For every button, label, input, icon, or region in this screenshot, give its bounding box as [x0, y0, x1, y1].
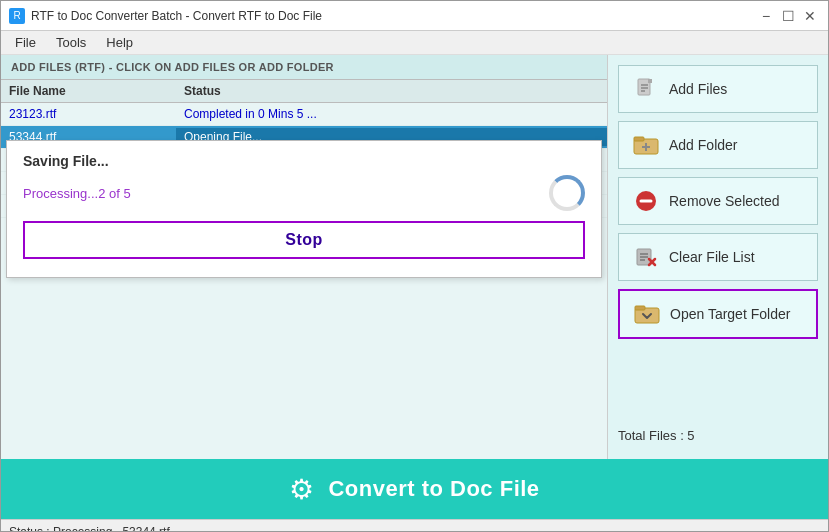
minimize-button[interactable]: − — [756, 6, 776, 26]
remove-selected-label: Remove Selected — [669, 193, 780, 209]
app-icon: R — [9, 8, 25, 24]
svg-rect-6 — [634, 137, 644, 141]
maximize-button[interactable]: ☐ — [778, 6, 798, 26]
remove-selected-icon — [633, 188, 659, 214]
title-bar-text: RTF to Doc Converter Batch - Convert RTF… — [31, 9, 756, 23]
clear-file-list-label: Clear File List — [669, 249, 755, 265]
progress-row: Processing...2 of 5 — [23, 175, 585, 211]
menu-file[interactable]: File — [5, 33, 46, 52]
menu-help[interactable]: Help — [96, 33, 143, 52]
title-bar-controls: − ☐ ✕ — [756, 6, 820, 26]
progress-overlay: Saving File... Processing...2 of 5 Stop — [6, 140, 602, 278]
status-bar: Status : Processing...53344.rtf — [1, 519, 828, 532]
clear-file-list-icon — [633, 244, 659, 270]
file-table: File Name Status 23123.rtf Completed in … — [1, 80, 607, 459]
file-status-cell: Completed in 0 Mins 5 ... — [176, 105, 607, 123]
status-text: Status : Processing...53344.rtf — [9, 525, 170, 533]
add-folder-label: Add Folder — [669, 137, 737, 153]
open-target-folder-icon — [634, 301, 660, 327]
convert-icon: ⚙ — [289, 473, 314, 506]
file-panel: ADD FILES (RTF) - CLICK ON ADD FILES OR … — [1, 55, 608, 459]
processing-text: Processing...2 of 5 — [23, 186, 131, 201]
convert-label: Convert to Doc File — [328, 476, 539, 502]
file-table-header: File Name Status — [1, 80, 607, 103]
svg-rect-18 — [635, 306, 645, 310]
close-button[interactable]: ✕ — [800, 6, 820, 26]
title-bar: R RTF to Doc Converter Batch - Convert R… — [1, 1, 828, 31]
open-target-folder-label: Open Target Folder — [670, 306, 790, 322]
total-files: Total Files : 5 — [618, 422, 818, 449]
saving-label: Saving File... — [23, 153, 585, 169]
add-files-button[interactable]: Add Files — [618, 65, 818, 113]
panel-header: ADD FILES (RTF) - CLICK ON ADD FILES OR … — [1, 55, 607, 80]
open-target-folder-button[interactable]: Open Target Folder — [618, 289, 818, 339]
menu-tools[interactable]: Tools — [46, 33, 96, 52]
add-files-label: Add Files — [669, 81, 727, 97]
main-area: ADD FILES (RTF) - CLICK ON ADD FILES OR … — [1, 55, 828, 459]
add-files-icon — [633, 76, 659, 102]
button-panel: Add Files Add Folder Remove Selected — [608, 55, 828, 459]
stop-button[interactable]: Stop — [23, 221, 585, 259]
col-header-status: Status — [176, 83, 607, 99]
remove-selected-button[interactable]: Remove Selected — [618, 177, 818, 225]
spinner-icon — [549, 175, 585, 211]
menu-bar: File Tools Help — [1, 31, 828, 55]
table-row[interactable]: 23123.rtf Completed in 0 Mins 5 ... — [1, 103, 607, 126]
clear-file-list-button[interactable]: Clear File List — [618, 233, 818, 281]
col-header-filename: File Name — [1, 83, 176, 99]
add-folder-button[interactable]: Add Folder — [618, 121, 818, 169]
svg-rect-1 — [648, 79, 652, 83]
add-folder-icon — [633, 132, 659, 158]
convert-bar[interactable]: ⚙ Convert to Doc File — [1, 459, 828, 519]
file-name-cell: 23123.rtf — [1, 105, 176, 123]
